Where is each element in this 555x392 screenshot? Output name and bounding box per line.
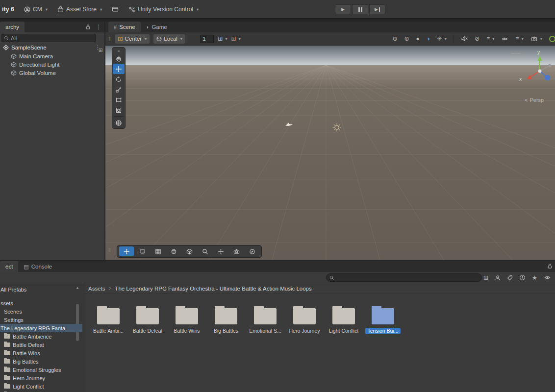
asset-folder-emotional-struggles[interactable]: Emotional S... bbox=[246, 301, 284, 336]
grid-toggle-button[interactable] bbox=[151, 246, 165, 256]
2d-toggle-icon[interactable]: ● bbox=[416, 36, 420, 42]
kebab-menu-icon[interactable]: ⋮ bbox=[96, 24, 101, 30]
rotate-tool-button[interactable] bbox=[113, 74, 125, 84]
tree-item-battle-ambience[interactable]: Battle Ambience bbox=[0, 332, 82, 341]
orientation-gizmo[interactable] bbox=[521, 51, 555, 87]
lighting-toggle-icon[interactable]: ◑ bbox=[427, 36, 430, 42]
asset-folder-light-conflict[interactable]: Light Conflict bbox=[325, 301, 363, 336]
transform-tool-button[interactable] bbox=[113, 105, 125, 115]
favorites-star-icon[interactable]: ★ bbox=[532, 274, 537, 281]
tree-item-battle-wins[interactable]: Battle Wins bbox=[0, 349, 82, 357]
search-preset-icon[interactable]: ⊞ bbox=[483, 274, 488, 281]
tab-game[interactable]: ◗ Game bbox=[141, 22, 173, 32]
hierarchy-row-directional-light[interactable]: Directional Light bbox=[0, 60, 104, 69]
main-toolbar: ity 6 CM ▾ Asset Store ▾ Unity Version C… bbox=[0, 0, 555, 19]
view-monitor-button[interactable] bbox=[135, 246, 150, 256]
tab-project[interactable]: ect bbox=[0, 261, 18, 272]
asset-store-menu[interactable]: Asset Store ▾ bbox=[57, 6, 102, 13]
search-scope-label: All bbox=[11, 35, 17, 41]
gizmo-overlay-handle[interactable] bbox=[511, 52, 520, 56]
pause-button[interactable] bbox=[352, 4, 368, 14]
tab-hierarchy[interactable]: archy bbox=[0, 22, 25, 32]
rect-tool-button[interactable] bbox=[113, 95, 125, 105]
scene-visibility-icon[interactable] bbox=[501, 36, 508, 42]
visibility-eye-icon[interactable] bbox=[544, 274, 551, 281]
pause-icon bbox=[358, 7, 362, 12]
tree-item-scenes[interactable]: Scenes bbox=[0, 307, 82, 316]
asset-folder-tension-building[interactable]: Tension Bui... bbox=[364, 301, 402, 336]
camera-settings-dropdown[interactable]: ▾ bbox=[530, 36, 542, 42]
hierarchy-search-input[interactable]: All bbox=[1, 34, 96, 42]
asset-folder-hero-journey[interactable]: Hero Journey bbox=[285, 301, 324, 336]
move-tool-button[interactable] bbox=[113, 64, 125, 74]
overlay-grip-icon[interactable]: ‖ bbox=[108, 247, 111, 253]
version-control-menu[interactable]: Unity Version Control ▾ bbox=[128, 6, 199, 13]
hierarchy-row-main-camera[interactable]: Main Camera bbox=[0, 52, 104, 60]
projection-label[interactable]: < Persp bbox=[525, 97, 544, 103]
tree-item-emotional-struggles[interactable]: Emotional Struggles bbox=[0, 366, 82, 374]
tool-pivot-dropdown[interactable]: Center ▾ bbox=[115, 34, 150, 44]
tree-item-settings[interactable]: Settings bbox=[0, 316, 82, 324]
asset-grid[interactable]: Battle Ambi... Battle Defeat Battle Wins… bbox=[83, 294, 555, 392]
space-icon bbox=[156, 36, 162, 42]
custom-tool-button[interactable] bbox=[113, 118, 125, 128]
light-settings-dropdown[interactable]: ☀ ▾ bbox=[437, 36, 447, 42]
scene-viewport[interactable]: ≡ ‖ bbox=[105, 46, 555, 260]
filter-by-type-icon[interactable] bbox=[495, 275, 501, 281]
camera-view-button[interactable] bbox=[229, 246, 244, 256]
filter-by-label-icon[interactable] bbox=[507, 275, 513, 281]
play-button[interactable]: ▶ bbox=[335, 4, 351, 14]
audio-mute-icon[interactable] bbox=[461, 35, 468, 42]
effects-disabled-icon[interactable]: ⊘ bbox=[475, 36, 479, 42]
asset-folder-battle-ambience[interactable]: Battle Ambi... bbox=[89, 301, 127, 336]
grid-size-field[interactable] bbox=[200, 35, 214, 43]
overlay-drag-handle[interactable]: ≡ bbox=[117, 49, 120, 53]
lock-icon[interactable] bbox=[85, 24, 91, 30]
move-view-button[interactable] bbox=[213, 246, 228, 256]
sun-light-gizmo[interactable] bbox=[332, 122, 342, 132]
gizmo-toggle-button[interactable] bbox=[182, 246, 197, 256]
bird-object[interactable] bbox=[285, 121, 294, 127]
compass-button[interactable] bbox=[245, 246, 259, 256]
tree-item-light-conflict[interactable]: Light Conflict bbox=[0, 382, 82, 391]
asset-folder-battle-defeat[interactable]: Battle Defeat bbox=[128, 301, 167, 336]
effects-dropdown[interactable]: ≡ ▾ bbox=[486, 36, 494, 42]
scale-tool-button[interactable] bbox=[113, 84, 125, 95]
wireframe-mode-icon[interactable]: ⊕ bbox=[404, 36, 409, 42]
tool-space-dropdown[interactable]: Local ▾ bbox=[153, 34, 185, 44]
tree-item-all-prefabs[interactable]: All Prefabs bbox=[0, 285, 82, 294]
toolbar-grip-icon[interactable]: ‖ bbox=[108, 36, 111, 42]
asset-folder-big-battles[interactable]: Big Battles bbox=[207, 301, 245, 336]
project-search-input[interactable] bbox=[326, 273, 482, 282]
refresh-status-icon[interactable] bbox=[549, 36, 555, 42]
asset-folder-label: Light Conflict bbox=[329, 328, 359, 334]
pan-view-button[interactable] bbox=[119, 246, 134, 256]
tab-scene[interactable]: # Scene bbox=[108, 22, 141, 32]
step-button[interactable]: ▶ bbox=[369, 4, 385, 14]
asset-folder-battle-wins[interactable]: Battle Wins bbox=[168, 301, 206, 336]
tree-item-big-battles[interactable]: Big Battles bbox=[0, 357, 82, 366]
project-search-text[interactable] bbox=[336, 275, 479, 281]
overlays-dropdown[interactable]: ≡ ▾ bbox=[515, 36, 523, 42]
shaded-mode-icon[interactable]: ⊕ bbox=[392, 36, 397, 42]
hierarchy-row-global-volume[interactable]: Global Volume bbox=[0, 69, 104, 77]
tree-item-assets[interactable]: ssets bbox=[0, 299, 82, 307]
tab-console[interactable]: ▤ Console bbox=[18, 261, 57, 272]
snap-settings-dropdown[interactable]: ⊞ ▾ bbox=[231, 36, 240, 42]
lock-icon[interactable] bbox=[547, 263, 553, 269]
tree-item-battle-defeat[interactable]: Battle Defeat bbox=[0, 341, 82, 349]
tree-item-legendary-rpg[interactable]: The Legendary RPG Fanta bbox=[0, 324, 82, 332]
scroll-up-icon[interactable]: ▲ bbox=[76, 286, 79, 290]
zoom-button[interactable] bbox=[198, 246, 212, 256]
breadcrumb-root[interactable]: Assets bbox=[88, 286, 105, 292]
kebab-menu-icon[interactable]: ⋮ bbox=[95, 44, 101, 51]
skybox-toggle-button[interactable] bbox=[166, 246, 181, 256]
grid-visibility-dropdown[interactable]: ⊞ ▾ bbox=[218, 36, 227, 42]
tree-item-hero-journey[interactable]: Hero Journey bbox=[0, 374, 82, 382]
hand-tool-button[interactable] bbox=[113, 53, 125, 64]
hidden-packages-icon[interactable] bbox=[519, 274, 526, 281]
account-menu[interactable]: CM ▾ bbox=[24, 6, 48, 13]
breadcrumb-current[interactable]: The Legendary RPG Fantasy Orchestra - Ul… bbox=[115, 286, 311, 292]
package-manager-button[interactable] bbox=[112, 6, 119, 13]
hierarchy-row-scene[interactable]: SampleScene ⋮ bbox=[0, 43, 104, 52]
